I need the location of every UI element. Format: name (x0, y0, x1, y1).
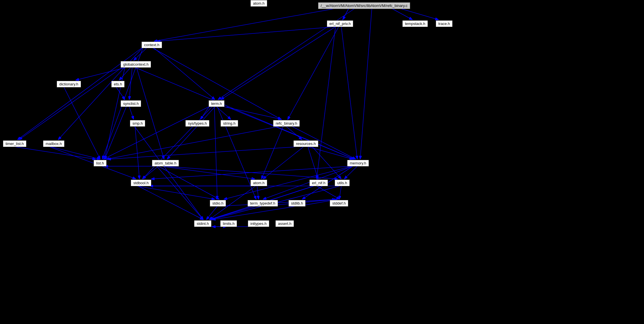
node-stdlib-h: stdlib.h (288, 200, 306, 207)
node-inttypes-h: inttypes.h (248, 220, 269, 227)
node-memory-h: memory.h (347, 160, 369, 167)
svg-line-72 (134, 126, 203, 220)
svg-line-38 (344, 166, 357, 179)
node-atom-h: atom.h (250, 180, 267, 186)
svg-line-31 (51, 147, 100, 159)
node-synclist-h: synclist.h (121, 100, 141, 107)
svg-line-20 (105, 107, 126, 159)
svg-line-78 (49, 147, 136, 179)
node-stdbool-h: stdbool.h (131, 180, 151, 186)
node-list-h: list.h (94, 160, 107, 167)
svg-line-24 (167, 107, 215, 159)
svg-line-6 (360, 9, 372, 159)
svg-line-55 (15, 147, 96, 159)
svg-line-8 (221, 27, 336, 100)
svg-line-57 (157, 166, 203, 220)
svg-line-71 (19, 67, 122, 140)
svg-line-22 (216, 107, 231, 119)
svg-line-56 (142, 166, 158, 179)
svg-line-17 (137, 67, 164, 159)
node-erl-nif-h: erl_nif.h (309, 180, 328, 186)
svg-line-10 (134, 48, 147, 60)
svg-line-4 (154, 9, 334, 41)
svg-line-52 (135, 126, 139, 179)
svg-line-33 (263, 147, 304, 179)
svg-line-75 (339, 186, 341, 199)
node-assert-h: assert.h (275, 220, 294, 227)
svg-line-3 (401, 9, 439, 20)
svg-line-79 (214, 107, 217, 199)
svg-line-26 (103, 107, 209, 159)
node-ets-h: ets.h (111, 81, 125, 87)
node-context-h: context.h (141, 42, 162, 48)
svg-line-19 (116, 87, 125, 100)
node-erl-nif-priv-h: erl_nif_priv.h (327, 20, 353, 27)
node-term-h: term.h (209, 100, 225, 107)
node-stddef-h: stddef.h (330, 200, 348, 207)
svg-line-39 (161, 166, 255, 179)
node-globalcontext-h: globalcontext.h (121, 61, 151, 68)
node-sys-types-h: sys/types.h (185, 120, 209, 127)
node-atom-h: atom.h (250, 0, 267, 7)
node-limits-h: limits.h (220, 220, 237, 227)
node-utils-h: utils.h (335, 180, 350, 186)
svg-line-53 (129, 107, 134, 119)
svg-line-63 (135, 67, 354, 159)
node-mailbox-h: mailbox.h (43, 140, 64, 147)
svg-line-43 (317, 186, 340, 199)
svg-line-28 (286, 126, 302, 140)
svg-line-77 (153, 48, 281, 119)
svg-line-32 (308, 147, 353, 159)
svg-line-2 (392, 9, 412, 20)
svg-line-12 (154, 48, 215, 100)
node-timer-list-h: timer_list.h (3, 140, 26, 147)
node-string-h: string.h (220, 120, 238, 127)
svg-line-15 (119, 67, 131, 80)
node-refc-binary-h: refc_binary.h (273, 120, 300, 127)
node-stdint-h: stdint.h (194, 220, 211, 227)
node-atom-table-h: atom_table.h (152, 160, 179, 167)
node-smp-h: smp.h (130, 120, 145, 127)
svg-line-81 (164, 166, 338, 179)
svg-line-58 (257, 186, 259, 199)
node-dictionary-h: dictionary.h (57, 81, 81, 87)
svg-line-9 (341, 27, 357, 159)
svg-line-54 (64, 87, 100, 159)
svg-line-27 (142, 107, 212, 179)
node-resources-h: resources.h (293, 140, 318, 147)
node-trace-h: trace.h (436, 20, 453, 27)
node-stdio-h: stdio.h (210, 200, 226, 207)
svg-line-51 (138, 186, 203, 220)
node-refc-binary-c: /__w/AtomVM/AtomVM/src/libAtomVM/refc_bi… (318, 2, 410, 9)
node-tempstack-h: tempstack.h (402, 20, 428, 27)
svg-line-76 (107, 147, 298, 159)
node-term-typedef-h: term_typedef.h (247, 200, 278, 207)
